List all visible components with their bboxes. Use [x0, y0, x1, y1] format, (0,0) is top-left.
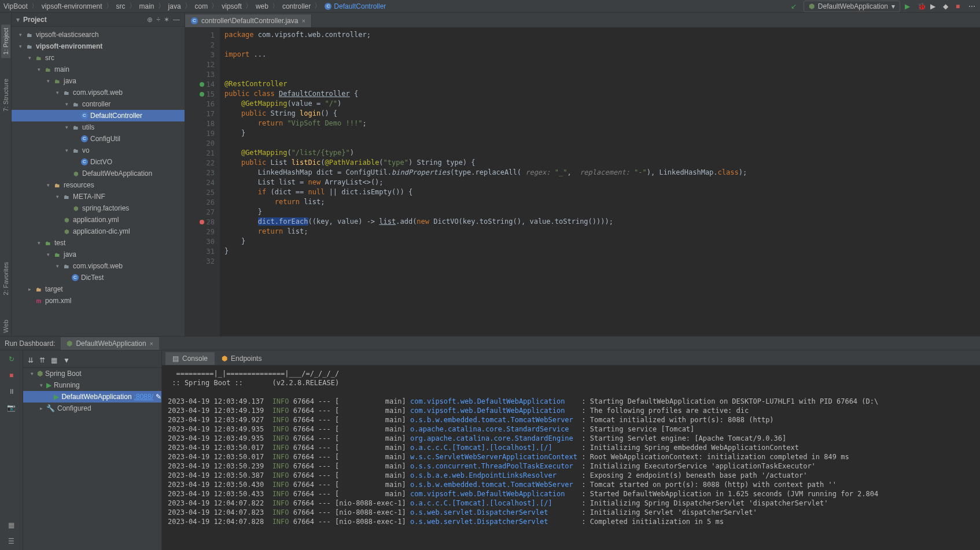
hide-icon[interactable]: — — [173, 16, 180, 24]
tree-row[interactable]: ▾🖿resources — [12, 179, 185, 191]
project-tree[interactable]: ▾🖿vipsoft-elasticsearch▾🖿vipsoft-environ… — [12, 27, 185, 336]
gutter-mark-icon[interactable] — [200, 82, 204, 87]
tree-row[interactable]: ⬢application.yml — [12, 214, 185, 226]
expand-arrow-icon[interactable]: ▾ — [45, 182, 51, 188]
tree-row[interactable]: mpom.xml — [12, 295, 185, 307]
tree-row[interactable]: ▾🖿vipsoft-elasticsearch — [12, 29, 185, 40]
expand-arrow-icon[interactable]: ▾ — [64, 124, 69, 130]
tree-row[interactable]: CDictVO — [12, 156, 185, 168]
expand-icon[interactable]: ⇊ — [28, 356, 34, 364]
favorites-tool-tab[interactable]: 2: Favorites — [1, 259, 10, 298]
structure-tool-tab[interactable]: 7: Structure — [1, 75, 10, 115]
bc-9[interactable]: CDefaultController — [325, 2, 386, 10]
tree-row[interactable]: ▾🖿META-INF — [12, 191, 185, 202]
more-icon[interactable]: ☰ — [6, 536, 17, 547]
tree-row[interactable]: CDefaultController — [12, 110, 185, 121]
edit-icon[interactable]: ✎ — [156, 393, 161, 401]
more-icon[interactable]: ⋯ — [968, 2, 977, 10]
expand-arrow-icon[interactable]: ▾ — [17, 32, 23, 38]
stop-icon[interactable]: ■ — [956, 2, 964, 10]
tree-row[interactable]: ▾🖿src — [12, 52, 185, 64]
rd-header: Run Dashboard: ⬢ DefaultWebApplication × — [0, 337, 980, 350]
bc-1[interactable]: vipsoft-environment — [42, 2, 102, 10]
bc-5[interactable]: com — [195, 2, 208, 10]
rerun-icon[interactable]: ↻ — [6, 354, 17, 364]
collapse-icon[interactable]: ⇈ — [39, 356, 45, 364]
project-tool-tab[interactable]: 1: Project — [1, 24, 10, 58]
expand-arrow-icon[interactable]: ▾ — [36, 67, 42, 72]
tree-row[interactable]: ▾🖿java — [12, 249, 185, 260]
port-link[interactable]: :8088/ — [134, 393, 153, 401]
editor-body[interactable]: 1231213141516171819202122232425262728293… — [185, 28, 980, 336]
tree-row[interactable]: ▾🖿vo — [12, 145, 185, 156]
debug-icon[interactable]: 🐞 — [918, 2, 926, 10]
line-number-gutter: 1231213141516171819202122232425262728293… — [185, 28, 220, 336]
expand-arrow-icon[interactable]: ▾ — [54, 263, 60, 269]
close-icon[interactable]: × — [150, 340, 153, 347]
editor-tab-defaultcontroller[interactable]: C controller\DefaultController.java × — [185, 14, 312, 27]
tree-row[interactable]: ▸🖿target — [12, 283, 185, 295]
camera-icon[interactable]: 📷 — [6, 403, 17, 413]
layout-icon[interactable]: ▦ — [6, 520, 17, 530]
tree-row[interactable]: ▾🖿vipsoft-environment — [12, 40, 185, 52]
profile-icon[interactable]: ◆ — [943, 2, 951, 10]
run-config-dropdown[interactable]: ⬢ DefaultWebApplication ▾ — [804, 1, 900, 12]
expand-arrow-icon[interactable]: ▾ — [36, 240, 42, 246]
pause-icon[interactable]: ⏸ — [6, 386, 17, 397]
arrow-icon[interactable]: ▾ — [16, 16, 20, 24]
tree-row[interactable]: CDicTest — [12, 272, 185, 283]
stop-icon[interactable]: ■ — [6, 370, 17, 381]
tree-row[interactable]: ⬢spring.factories — [12, 202, 185, 214]
run-icon[interactable]: ▶ — [905, 2, 913, 10]
tree-label: target — [45, 285, 63, 293]
rd-tab-defaultwebapp[interactable]: ⬢ DefaultWebApplication × — [61, 337, 159, 350]
expand-arrow-icon[interactable]: ▾ — [27, 55, 32, 61]
endpoints-tab[interactable]: ⬢ Endpoints — [215, 352, 268, 365]
grid-icon[interactable]: ▦ — [51, 356, 57, 364]
settings-icon[interactable]: ✶ — [164, 16, 170, 24]
code-content[interactable]: package com.vipsoft.web.controller; impo… — [220, 28, 980, 336]
filter-icon[interactable]: ▼ — [63, 356, 70, 364]
bc-4[interactable]: java — [168, 2, 181, 10]
expand-arrow-icon[interactable]: ▾ — [54, 90, 60, 95]
bc-2[interactable]: src — [116, 2, 126, 10]
expand-arrow-icon[interactable]: ▾ — [64, 147, 69, 153]
bc-7[interactable]: web — [256, 2, 268, 10]
tree-row[interactable]: ▾🖿java — [12, 75, 185, 87]
tree-label: vipsoft-environment — [36, 42, 102, 50]
tree-row[interactable]: ▾🖿com.vipsoft.web — [12, 87, 185, 98]
expand-arrow-icon[interactable]: ▾ — [45, 78, 51, 84]
rd-tree-row[interactable]: ▶ DefaultWebApplication :8088/ ✎ — [23, 391, 161, 403]
expand-arrow-icon[interactable]: ▾ — [54, 194, 60, 200]
tree-row[interactable]: ▾🖿controller — [12, 98, 185, 110]
coverage-icon[interactable]: ▶ — [930, 2, 938, 10]
console-tab[interactable]: ▤ Console — [165, 352, 215, 365]
build-icon[interactable]: ↙ — [791, 2, 799, 10]
web-tool-tab[interactable]: Web — [1, 316, 10, 336]
tree-row[interactable]: ⬢DefaultWebApplication — [12, 168, 185, 179]
expand-arrow-icon[interactable]: ▾ — [64, 101, 69, 107]
close-icon[interactable]: × — [301, 17, 305, 24]
tree-row[interactable]: CConfigUtil — [12, 133, 185, 145]
tree-row[interactable]: ⬢application-dic.yml — [12, 226, 185, 237]
bc-6[interactable]: vipsoft — [222, 2, 242, 10]
gutter-mark-icon[interactable] — [200, 92, 204, 97]
tree-row[interactable]: ▾🖿com.vipsoft.web — [12, 260, 185, 272]
rd-tree-row[interactable]: ▾▶ Running — [23, 379, 161, 391]
bc-0[interactable]: VipBoot — [3, 2, 28, 10]
bc-8[interactable]: controller — [282, 2, 311, 10]
rd-tree-row[interactable]: ▸🔧 Configured — [23, 403, 161, 414]
tree-row[interactable]: ▾🖿main — [12, 64, 185, 75]
target-icon[interactable]: ⊕ — [147, 16, 153, 24]
tree-row[interactable]: ▾🖿test — [12, 237, 185, 249]
console-output[interactable]: =========|_|==============|___/=/_/_/_/ … — [162, 366, 980, 550]
rd-tree-row[interactable]: ▾⬢ Spring Boot — [23, 368, 161, 379]
expand-arrow-icon[interactable]: ▾ — [17, 43, 23, 49]
run-config-label: DefaultWebApplication — [818, 2, 888, 10]
tree-row[interactable]: ▾🖿utils — [12, 121, 185, 133]
expand-arrow-icon[interactable]: ▾ — [45, 252, 51, 257]
expand-arrow-icon[interactable]: ▸ — [27, 286, 32, 292]
bc-3[interactable]: main — [139, 2, 154, 10]
gutter-mark-icon[interactable] — [200, 220, 204, 224]
collapse-icon[interactable]: ÷ — [156, 16, 160, 24]
